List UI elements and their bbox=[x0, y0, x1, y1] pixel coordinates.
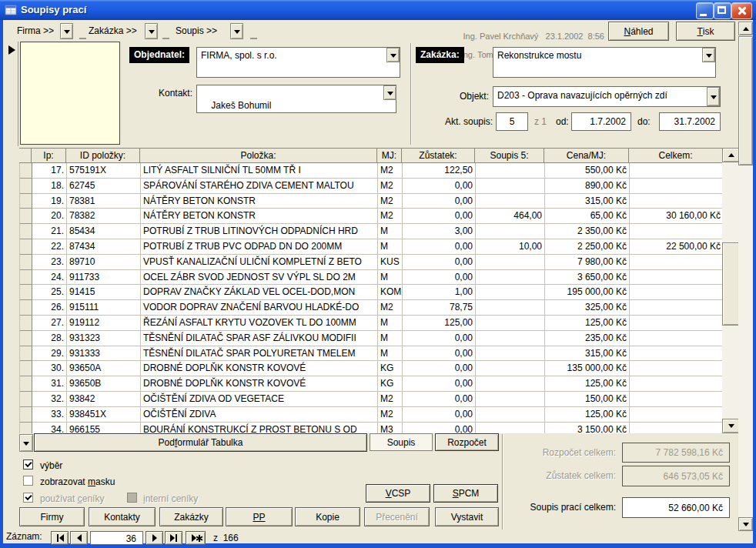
table-cell[interactable]: M2 bbox=[378, 209, 403, 224]
table-cell[interactable]: 195 000,00 Kč bbox=[545, 285, 630, 300]
table-cell[interactable] bbox=[630, 179, 723, 194]
maximize-button[interactable] bbox=[714, 2, 731, 19]
table-cell[interactable] bbox=[630, 392, 723, 407]
table-scroll-down-icon[interactable] bbox=[722, 419, 740, 433]
form-scrollbar[interactable] bbox=[738, 22, 753, 531]
table-cell[interactable] bbox=[476, 285, 545, 300]
row-selector[interactable] bbox=[20, 361, 32, 376]
table-cell[interactable]: 125,00 Kč bbox=[545, 316, 630, 331]
table-cell[interactable]: M bbox=[378, 270, 403, 286]
table-cell[interactable] bbox=[476, 224, 545, 239]
table-cell[interactable] bbox=[630, 255, 723, 270]
od-field[interactable]: 1.7.2002 bbox=[571, 112, 631, 131]
table-cell[interactable]: VPUSŤ KANALIZAČNÍ ULIČNÍ KOMPLETNÍ Z BET… bbox=[141, 255, 378, 270]
soupis-tab[interactable]: Soupis bbox=[370, 433, 433, 451]
pp-button[interactable]: PP bbox=[226, 507, 293, 526]
table-cell[interactable]: 0,00 bbox=[403, 209, 476, 224]
col-header-mj[interactable]: MJ: bbox=[377, 149, 402, 163]
zakazka-field-dropdown-icon[interactable] bbox=[702, 48, 715, 62]
table-cell[interactable]: 2 250,00 Kč bbox=[545, 239, 630, 255]
table-cell[interactable] bbox=[476, 361, 545, 376]
table-cell[interactable]: M2 bbox=[378, 194, 403, 209]
table-cell[interactable]: 938451X bbox=[67, 407, 141, 423]
table-cell[interactable] bbox=[630, 407, 723, 423]
row-selector[interactable] bbox=[20, 270, 32, 286]
table-cell[interactable] bbox=[630, 300, 723, 316]
table-cell[interactable]: KOM bbox=[378, 285, 403, 300]
table-cell[interactable]: 3 150,00 Kč bbox=[545, 423, 630, 433]
zakazka-dropdown-icon[interactable] bbox=[145, 23, 158, 39]
next-record-icon[interactable] bbox=[146, 531, 163, 545]
table-cell[interactable]: 135 000,00 Kč bbox=[545, 361, 630, 376]
vyber-checkbox[interactable] bbox=[23, 459, 33, 469]
table-cell[interactable]: 3 650,00 Kč bbox=[545, 270, 630, 286]
table-cell[interactable]: OČIŠTĚNÍ ZDIVA OD VEGETACE bbox=[141, 392, 378, 407]
table-cell[interactable]: 0,00 bbox=[403, 376, 476, 392]
kontakt-combo[interactable]: Jakeš Bohumil stavební dozor bbox=[196, 85, 396, 113]
table-cell[interactable]: 27. bbox=[32, 316, 67, 331]
table-cell[interactable] bbox=[630, 361, 723, 376]
table-cell[interactable]: 3,00 bbox=[403, 224, 476, 239]
table-cell[interactable] bbox=[476, 423, 545, 433]
table-cell[interactable]: 30 160,00 Kč bbox=[630, 209, 723, 224]
table-cell[interactable]: POTRUBÍ Z TRUB PVC ODPAD DN DO 200MM bbox=[141, 239, 378, 255]
table-cell[interactable]: 33. bbox=[32, 407, 67, 423]
row-selector[interactable] bbox=[20, 179, 32, 194]
table-cell[interactable]: 2 350,00 Kč bbox=[545, 224, 630, 239]
table-cell[interactable]: M bbox=[378, 239, 403, 255]
table-cell[interactable]: DROBNÉ DOPLŇK KONSTR KOVOVÉ bbox=[141, 361, 378, 376]
form-scrollbar-thumb[interactable] bbox=[738, 36, 753, 165]
table-cell[interactable]: 125,00 bbox=[403, 316, 476, 331]
form-scroll-down-icon[interactable] bbox=[738, 517, 753, 531]
table-cell[interactable]: NÁTĚRY BETON KONSTR bbox=[141, 194, 378, 209]
zakazka-combo[interactable]: Rekonstrukce mostu bbox=[493, 47, 716, 78]
tisk-button[interactable]: Tisk bbox=[676, 22, 735, 41]
table-cell[interactable]: 20. bbox=[32, 209, 67, 224]
table-cell[interactable] bbox=[476, 179, 545, 194]
objednatel-dropdown-icon[interactable] bbox=[386, 48, 400, 62]
table-cell[interactable]: 30. bbox=[32, 361, 67, 376]
table-cell[interactable] bbox=[630, 194, 723, 209]
table-cell[interactable]: 315,00 Kč bbox=[545, 194, 630, 209]
table-cell[interactable] bbox=[476, 163, 545, 179]
table-cell[interactable] bbox=[476, 255, 545, 270]
table-cell[interactable]: DROBNÉ DOPLŇK KONSTR KOVOVÉ bbox=[141, 376, 378, 392]
table-cell[interactable] bbox=[630, 285, 723, 300]
table-cell[interactable]: 575191X bbox=[67, 163, 141, 179]
record-selector-strip[interactable] bbox=[6, 42, 18, 146]
note-area[interactable] bbox=[20, 42, 120, 145]
table-cell[interactable]: 464,00 bbox=[476, 209, 545, 224]
row-selector[interactable] bbox=[20, 346, 32, 362]
table-scroll-up-icon[interactable] bbox=[722, 148, 740, 162]
table-cell[interactable]: ŘEZÁNÍ ASFALT KRYTU VOZOVEK TL DO 100MM bbox=[141, 316, 378, 331]
table-cell[interactable]: OCEL ZÁBR SVOD JEDNOST SV VÝPL SL DO 2M bbox=[141, 270, 378, 286]
podformular-tabulka-button[interactable]: Podformulář Tabulka bbox=[34, 433, 367, 452]
zakazky-button[interactable]: Zakázky bbox=[159, 507, 223, 526]
table-cell[interactable]: M2 bbox=[378, 179, 403, 194]
table-cell[interactable]: 0,00 bbox=[403, 392, 476, 407]
rozpocet-tab[interactable]: Rozpočet bbox=[435, 433, 499, 451]
table-cell[interactable]: 0,00 bbox=[403, 423, 476, 433]
table-cell[interactable]: 18. bbox=[32, 179, 67, 194]
zakazka-nav-label[interactable]: Zakázka >> bbox=[89, 25, 137, 36]
form-icon[interactable] bbox=[5, 4, 17, 16]
table-cell[interactable] bbox=[630, 346, 723, 362]
row-selector[interactable] bbox=[20, 376, 32, 392]
table-cell[interactable]: 26. bbox=[32, 300, 67, 316]
table-cell[interactable]: M3 bbox=[378, 423, 403, 433]
table-cell[interactable]: SPÁROVÁNÍ STARÉHO ZDIVA CEMENT MALTOU bbox=[141, 179, 378, 194]
objekt-combo[interactable]: D203 - Oprava navazujících opěrných zdí bbox=[493, 86, 721, 107]
table-cell[interactable]: TĚSNĚNÍ DILATAČ SPAR POLYURETAN TMELEM bbox=[141, 346, 378, 362]
table-scrollbar[interactable] bbox=[722, 148, 740, 433]
row-selector[interactable] bbox=[20, 316, 32, 331]
table-cell[interactable]: M bbox=[378, 316, 403, 331]
table-cell[interactable]: 34. bbox=[32, 423, 67, 433]
table-cell[interactable]: 325,00 Kč bbox=[545, 300, 630, 316]
table-cell[interactable]: 17. bbox=[32, 163, 67, 179]
table-cell[interactable]: KG bbox=[378, 376, 403, 392]
table-cell[interactable] bbox=[630, 316, 723, 331]
table-cell[interactable]: 125,00 Kč bbox=[545, 407, 630, 423]
firma-nav-label[interactable]: Firma >> bbox=[17, 25, 54, 36]
table-cell[interactable]: 22. bbox=[32, 239, 67, 255]
table-cell[interactable]: 78,75 bbox=[403, 300, 476, 316]
